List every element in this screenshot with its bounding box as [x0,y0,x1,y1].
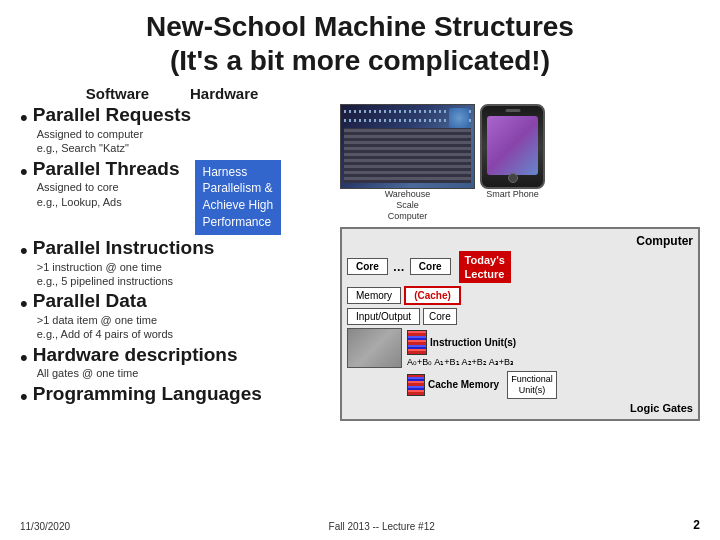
hardware-descriptions-title: Hardware descriptions [33,344,330,367]
parallel-data-sub2: e.g., Add of 4 pairs of words [37,327,330,341]
slide-title: New-School Machine Structures (It's a bi… [20,10,700,77]
instruction-content: Instruction Unit(s) A₀+B₀ A₁+B₁ A₂+B₂ A₃… [407,330,516,367]
core-box-1: Core [347,258,388,275]
server-image-container: WarehouseScaleComputer [340,104,475,221]
footer-date: 11/30/2020 [20,521,70,532]
input-output-row: Input/Output Core [347,308,693,325]
server-light [449,108,469,128]
cache-memory-label: Cache Memory [428,379,499,390]
content-area: • Parallel Requests Assigned to computer… [20,104,700,421]
bullet-parallel-data: • Parallel Data >1 data item @ one time … [20,290,330,341]
section-headers: Software Hardware [45,85,700,102]
footer-course: Fall 2013 -- Lecture #12 [329,521,435,532]
core-row: Core … Core Today's Lecture [347,251,693,284]
phone-image-container: Smart Phone [480,104,545,221]
input-output-box: Input/Output [347,308,420,325]
phone-image [480,104,545,189]
item-content-4: Parallel Data >1 data item @ one time e.… [33,290,330,341]
bullet-parallel-requests: • Parallel Requests Assigned to computer… [20,104,330,155]
computer-label: Computer [347,234,693,248]
phone-screen [487,116,538,175]
instruction-visual [407,330,427,355]
bullet-hardware-descriptions: • Hardware descriptions All gates @ one … [20,344,330,381]
bullet-dot-6: • [20,385,28,409]
todays-lecture: Today's Lecture [459,251,511,284]
right-column: WarehouseScaleComputer Smart Phone Compu… [340,104,700,421]
slide: New-School Machine Structures (It's a bi… [0,0,720,540]
functional-label: Functional [511,374,553,384]
formula-label: A₀+B₀ A₁+B₁ A₂+B₂ A₃+B₃ [407,357,516,367]
parallel-threads-sub2: e.g., Lookup, Ads [37,195,180,209]
harness-line1: Harness [203,164,274,181]
cache-memory-content: Cache Memory Functional Unit(s) [407,371,557,399]
smart-phone-label: Smart Phone [480,189,545,199]
server-image [340,104,475,189]
bullet-dot-3: • [20,239,28,263]
memory-row: Memory (Cache) [347,286,693,305]
cache-visual [407,374,425,396]
todays-lecture-badge: Today's Lecture [459,251,511,284]
functional-units: Functional Unit(s) [507,371,557,399]
bullet-dot-5: • [20,346,28,370]
footer-page: 2 [693,518,700,532]
logic-gates-label: Logic Gates [347,402,693,414]
memory-box: Memory [347,287,401,304]
bullet-dot-1: • [20,106,28,130]
parallel-threads-sub1: Assigned to core [37,180,180,194]
parallel-instructions-title: Parallel Instructions [33,237,330,260]
harness-line3: Achieve High [203,197,274,214]
item-content-2: Parallel Threads Assigned to core e.g., … [33,158,330,235]
item-content-6: Programming Languages [33,383,330,406]
harness-box: Harness Parallelism & Achieve High Perfo… [195,160,282,235]
parallel-requests-sub2: e.g., Search "Katz" [37,141,330,155]
phone-speaker [505,109,520,112]
cache-memory-row: Cache Memory Functional Unit(s) [347,371,693,399]
title-line2: (It's a bit more complicated!) [170,45,550,76]
core-box-3: Core [423,308,457,325]
unit-label: Unit(s) [519,385,546,395]
hardware-descriptions-sub1: All gates @ one time [37,366,330,380]
bullet-parallel-instructions: • Parallel Instructions >1 instruction @… [20,237,330,288]
parallel-requests-sub1: Assigned to computer [37,127,330,141]
bullet-dot-2: • [20,160,28,184]
parallel-data-title: Parallel Data [33,290,330,313]
item-content-1: Parallel Requests Assigned to computer e… [33,104,330,155]
functional-unit-box: Functional Unit(s) [507,371,557,399]
instruction-unit-label: Instruction Unit(s) [430,337,516,348]
bullet-programming-languages: • Programming Languages [20,383,330,409]
footer: 11/30/2020 Fall 2013 -- Lecture #12 2 [20,518,700,532]
parallel-requests-title: Parallel Requests [33,104,330,127]
parallel-data-sub1: >1 data item @ one time [37,313,330,327]
warehouse-label: WarehouseScaleComputer [340,189,475,221]
images-top: WarehouseScaleComputer Smart Phone [340,104,700,221]
phone-button [508,173,518,183]
item-content-3: Parallel Instructions >1 instruction @ o… [33,237,330,288]
todays-line2: Lecture [465,268,505,280]
parallel-instructions-sub2: e.g., 5 pipelined instructions [37,274,330,288]
bullet-dot-4: • [20,292,28,316]
arch-diagram: Computer Core … Core Today's Lecture [340,227,700,421]
item-content-5: Hardware descriptions All gates @ one ti… [33,344,330,381]
server-rack [344,128,471,183]
bullet-parallel-threads: • Parallel Threads Assigned to core e.g.… [20,158,330,235]
ellipsis: … [391,260,407,274]
hardware-header: Hardware [190,85,258,102]
server-small-image [347,328,402,368]
software-header: Software [45,85,190,102]
parallel-instructions-sub1: >1 instruction @ one time [37,260,330,274]
programming-languages-title: Programming Languages [33,383,330,406]
title-line1: New-School Machine Structures [146,11,574,42]
cache-box: (Cache) [404,286,461,305]
core-box-2: Core [410,258,451,275]
parallel-threads-text: Parallel Threads Assigned to core e.g., … [33,158,180,209]
left-column: • Parallel Requests Assigned to computer… [20,104,330,421]
parallel-threads-title: Parallel Threads [33,158,180,181]
harness-line2: Parallelism & [203,180,274,197]
todays-line1: Today's [465,254,505,266]
harness-line4: Performance [203,214,274,231]
instruction-row: Instruction Unit(s) A₀+B₀ A₁+B₁ A₂+B₂ A₃… [347,328,693,368]
instruction-unit-row: Instruction Unit(s) [407,330,516,355]
